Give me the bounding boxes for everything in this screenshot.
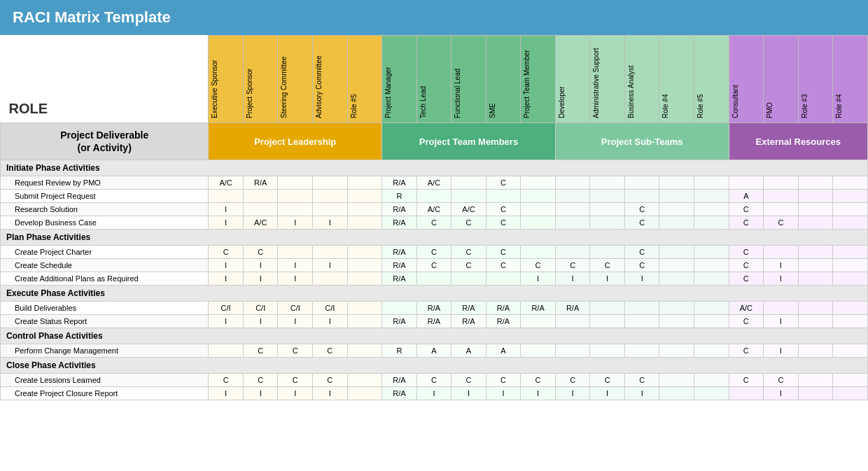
raci-cell (347, 315, 382, 328)
raci-cell (764, 203, 799, 216)
raci-cell (624, 302, 659, 315)
activity-label: Create Project Closure Report (1, 387, 209, 400)
col-header-0: Executive Sponsor (209, 37, 220, 121)
raci-cell (347, 272, 382, 286)
raci-cell (347, 203, 382, 216)
raci-cell: I (209, 216, 244, 230)
raci-cell (347, 344, 382, 358)
activity-row: Develop Business CaseIA/CIIR/ACCCCCC (1, 216, 868, 230)
raci-cell (798, 203, 833, 216)
raci-cell: R (382, 344, 417, 358)
raci-cell (694, 272, 729, 286)
raci-cell: C (486, 374, 521, 387)
raci-cell (764, 302, 799, 315)
raci-cell (590, 203, 625, 216)
col-header-4: Role #5 (349, 37, 359, 121)
group-header-row: Project Deliverable(or Activity) Project… (1, 123, 868, 160)
raci-cell: C (278, 344, 313, 358)
page-title: RACI Matrix Template (0, 0, 868, 35)
raci-cell: I (243, 387, 278, 400)
col-header-2: Steering Committee (279, 37, 289, 121)
raci-cell (278, 203, 313, 216)
raci-cell (243, 203, 278, 216)
raci-cell (798, 374, 833, 387)
raci-cell: R/A (555, 302, 590, 315)
raci-cell (729, 176, 764, 190)
raci-cell (521, 203, 556, 216)
raci-cell (694, 176, 729, 190)
raci-cell (590, 190, 625, 203)
raci-cell (486, 190, 521, 203)
raci-cell (694, 374, 729, 387)
raci-cell (451, 176, 486, 190)
raci-cell: I (590, 387, 625, 400)
raci-cell (659, 203, 694, 216)
raci-cell: C (416, 374, 451, 387)
raci-cell: I (624, 272, 659, 286)
raci-cell: C (729, 246, 764, 259)
activity-row: Create Project CharterCCR/ACCCCC (1, 246, 868, 259)
raci-cell: R/A (521, 302, 556, 315)
col-header-12: Business Analyst (626, 37, 636, 121)
raci-cell: R/A (382, 272, 417, 286)
raci-cell: R/A (416, 315, 451, 328)
activity-row: Request Review by PMOA/CR/AR/AA/CC (1, 176, 868, 190)
raci-cell: C (451, 374, 486, 387)
raci-cell (521, 176, 556, 190)
activity-label: Create Lessions Learned (1, 374, 209, 387)
role-label: ROLE (9, 101, 200, 117)
raci-cell: C (243, 374, 278, 387)
raci-cell (555, 216, 590, 230)
raci-cell (347, 216, 382, 230)
raci-cell (278, 176, 313, 190)
activity-row: Create Additional Plans as RequiredIIIR/… (1, 272, 868, 286)
raci-cell: A/C (451, 203, 486, 216)
raci-cell (798, 259, 833, 272)
raci-cell: C (729, 216, 764, 230)
raci-cell: R/A (382, 246, 417, 259)
raci-cell: I (209, 315, 244, 328)
raci-cell: I (278, 259, 313, 272)
raci-cell: I (278, 272, 313, 286)
raci-cell (555, 203, 590, 216)
raci-cell (694, 216, 729, 230)
raci-cell (313, 246, 348, 259)
raci-cell (694, 315, 729, 328)
raci-cell: R (382, 190, 417, 203)
raci-cell (694, 302, 729, 315)
raci-cell: R/A (451, 302, 486, 315)
col-header-7: Functional Lead (452, 37, 463, 121)
raci-cell (486, 272, 521, 286)
raci-cell: I (243, 272, 278, 286)
raci-cell: I (278, 315, 313, 328)
raci-cell: I (590, 272, 625, 286)
raci-cell (313, 203, 348, 216)
raci-cell: I (278, 387, 313, 400)
raci-cell: A/C (416, 203, 451, 216)
raci-cell: C (243, 344, 278, 358)
raci-cell (798, 344, 833, 358)
raci-cell (555, 246, 590, 259)
raci-cell: C (416, 246, 451, 259)
raci-cell (659, 374, 694, 387)
raci-cell (833, 344, 868, 358)
raci-cell: C (729, 315, 764, 328)
subteam-group-header: Project Sub-Teams (555, 123, 729, 160)
raci-cell: I (555, 387, 590, 400)
activity-row: Submit Project RequestRA (1, 190, 868, 203)
raci-cell: C (624, 216, 659, 230)
raci-cell: I (521, 387, 556, 400)
raci-cell (521, 216, 556, 230)
raci-cell (555, 315, 590, 328)
raci-cell (833, 216, 868, 230)
raci-cell (521, 190, 556, 203)
raci-cell: C (486, 259, 521, 272)
raci-cell: I (764, 259, 799, 272)
raci-cell: C (451, 246, 486, 259)
raci-cell: R/A (382, 176, 417, 190)
raci-cell (659, 259, 694, 272)
raci-cell: R/A (416, 302, 451, 315)
raci-cell (521, 315, 556, 328)
raci-cell: R/A (382, 259, 417, 272)
raci-cell (416, 190, 451, 203)
